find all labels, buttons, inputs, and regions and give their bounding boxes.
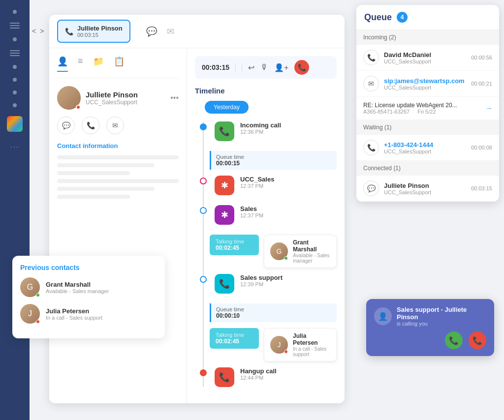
queue-header: Queue 4 — [356, 5, 499, 30]
call-tab[interactable]: 📞 Julliete Pinson 00:03:15 — [57, 20, 130, 43]
timeline-title: Timeline — [195, 87, 337, 95]
add-participant-button[interactable]: 👤+ — [274, 63, 288, 72]
phone-icon: 📞 — [65, 28, 73, 35]
tab-contact-icon[interactable]: 👤 — [57, 56, 68, 72]
queue-item-phone-icon: 📞 — [363, 140, 379, 155]
queue-time-value: 00:00:15 — [216, 160, 332, 167]
queue-item-time: 00:00:21 — [471, 81, 492, 87]
sidebar-dot-3 — [13, 65, 17, 69]
agent-status-indicator-2 — [284, 350, 288, 354]
queue-item-name: David McDaniel — [384, 51, 466, 59]
previous-contacts-panel: Previous contacts G Grant Marshall Avail… — [12, 256, 165, 338]
mute-button[interactable]: 🎙 — [260, 63, 268, 72]
prev-contact-avatar-2: J — [20, 304, 40, 324]
whatsapp-action-button[interactable]: 💬 — [57, 117, 75, 134]
queue-item-queue: UCC_SalesSupport — [384, 85, 466, 90]
nav-arrows: < > — [32, 27, 44, 35]
queue-item-queue: UCC_SalesSupport — [384, 189, 466, 195]
queue-title: Queue — [364, 12, 392, 23]
queue-time-label: Queue time — [216, 306, 332, 312]
sidebar-nav-icon[interactable] — [10, 23, 20, 29]
info-field-2 — [57, 163, 155, 167]
info-field-5 — [57, 187, 155, 191]
info-field-1 — [57, 155, 179, 159]
tab-list-icon[interactable]: ≡ — [78, 56, 83, 72]
call-timer-display: 00:03:15 — [202, 63, 229, 71]
sidebar-app-icon[interactable] — [7, 116, 23, 132]
event-name: Sales — [240, 205, 337, 212]
agent-status-indicator — [284, 256, 288, 260]
talking-time-block-1: Talking time 00:02:45 — [210, 235, 259, 255]
nav-forward-button[interactable]: > — [40, 27, 44, 35]
tab-notes-icon[interactable]: 📋 — [114, 56, 125, 72]
incoming-call-icon: 📞 — [215, 121, 234, 141]
hangup-button[interactable]: 📞 — [294, 60, 309, 75]
timeline-panel: 00:03:15 ↩ 🎙 👤+ 📞 Timeline Yesterday 📞 I… — [187, 48, 345, 403]
contact-action-icons: 💬 📞 ✉ — [57, 117, 179, 134]
queue-connected-section: Connected (1) 💬 Julliete Pinson UCC_Sale… — [356, 161, 499, 202]
queue-ticket[interactable]: RE: License update WebAgent 20... A365-8… — [356, 97, 499, 120]
queue-item[interactable]: 📞 +1-803-424-1444 UCC_SalesSupport 00:00… — [356, 135, 499, 161]
timeline-node — [200, 369, 207, 376]
contact-more-button[interactable]: ••• — [170, 93, 179, 102]
queue-waiting-section: Waiting (1) 📞 +1-803-424-1444 UCC_SalesS… — [356, 120, 499, 161]
queue-item[interactable]: 📞 David McDaniel UCC_SalesSupport 00:00:… — [356, 45, 499, 71]
agent-name-2: Julia Petersen — [293, 332, 330, 346]
accept-call-button[interactable]: 📞 — [445, 331, 463, 349]
ticket-id: A365-85471-63267 — [363, 109, 410, 115]
timeline-item: 📞 Sales support 12:39 PM — [215, 274, 337, 294]
sidebar: ... — [0, 0, 30, 420]
timeline-node — [200, 123, 207, 130]
queue-item-name: +1-803-424-1444 — [384, 141, 466, 149]
queue-time-value: 00:00:10 — [216, 312, 332, 319]
queue-item[interactable]: 💬 Julliete Pinson UCC_SalesSupport 00:03… — [356, 176, 499, 202]
transfer-button[interactable]: ↩ — [248, 63, 254, 72]
queue-item[interactable]: ✉ sip:james@stewartsp.com UCC_SalesSuppo… — [356, 71, 499, 97]
nav-back-button[interactable]: < — [32, 27, 36, 35]
timeline-node — [200, 178, 207, 184]
uccsales-icon: ✱ — [215, 176, 234, 195]
incoming-call-actions: 📞 📞 — [374, 331, 486, 349]
talking-time-value: 00:02:45 — [216, 338, 253, 345]
contact-profile: Julliete Pinson UCC_SalesSupport ••• — [57, 86, 179, 110]
sidebar-dot-4 — [13, 78, 17, 82]
previous-contacts-title: Previous contacts — [20, 264, 157, 271]
timeline-item: ✱ Sales 12:37 PM — [215, 205, 337, 225]
queue-item-phone-icon: 📞 — [363, 50, 379, 65]
contact-panel: 👤 ≡ 📁 📋 Julliete Pinson UCC_SalesSupport… — [49, 48, 345, 403]
tab-icons: 👤 ≡ 📁 📋 — [57, 56, 179, 78]
email-tab[interactable]: ✉ — [167, 26, 174, 37]
contact-left-panel: 👤 ≡ 📁 📋 Julliete Pinson UCC_SalesSupport… — [49, 48, 187, 403]
info-field-3 — [57, 171, 130, 175]
incoming-caller-icon: 👤 — [374, 307, 392, 325]
previous-contact-item-2[interactable]: J Julia Petersen In a call - Sales suppo… — [20, 304, 157, 324]
phone-action-button[interactable]: 📞 — [82, 117, 99, 134]
event-time: 12:39 PM — [240, 281, 337, 287]
tab-folder-icon[interactable]: 📁 — [93, 56, 104, 72]
ticket-arrow-icon: → — [485, 104, 492, 112]
event-time: 12:37 PM — [240, 212, 337, 218]
incoming-caller-status: is calling you — [397, 321, 486, 327]
timeline: 📞 Incoming call 12:36 PM Queue time 00:0… — [195, 121, 337, 387]
sidebar-dot-6 — [13, 103, 17, 107]
queue-item-email-icon: ✉ — [363, 76, 379, 91]
decline-call-button[interactable]: 📞 — [469, 331, 486, 349]
queue-time-block-2: Queue time 00:00:10 — [210, 303, 337, 322]
whatsapp-tab[interactable]: 💬 — [146, 26, 157, 37]
online-indicator — [76, 105, 81, 110]
sidebar-dot — [13, 10, 17, 14]
agent-name: Grant Marshall — [293, 239, 330, 253]
timeline-date-button[interactable]: Yesterday — [205, 101, 249, 114]
queue-item-whatsapp-icon: 💬 — [363, 180, 379, 196]
queue-item-queue: UCC_SalesSupport — [384, 59, 466, 64]
queue-item-name: sip:james@stewartsp.com — [384, 77, 466, 85]
sidebar-list-icon[interactable] — [10, 50, 20, 56]
event-name: Sales support — [240, 274, 337, 281]
previous-contact-item[interactable]: G Grant Marshall Available - Sales manag… — [20, 277, 157, 297]
queue-item-name: Julliete Pinson — [384, 182, 466, 189]
active-call-bar: 📞 Julliete Pinson 00:03:15 💬 ✉ — [49, 15, 345, 48]
incoming-caller-name: Sales support - Julliete Pinson — [397, 306, 486, 321]
sidebar-dot-5 — [13, 90, 17, 94]
email-action-button[interactable]: ✉ — [106, 117, 124, 134]
sidebar-more[interactable]: ... — [10, 141, 19, 150]
